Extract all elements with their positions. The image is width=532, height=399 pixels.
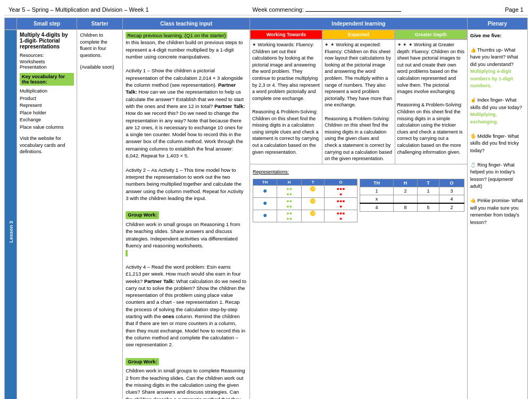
- pv-table-left: TH H T O ● ●●●● 10 ●●●: [253, 179, 358, 222]
- pv-th-left: TH: [253, 179, 277, 185]
- exp-bullets: ✶ ✶ Working at expected: Fluency: Childr…: [325, 41, 392, 109]
- plenary-middle: 🖐 Middle finger- What skills did you fin…: [470, 133, 525, 155]
- pv-right: TH H T O 1 2 1 3: [360, 177, 464, 222]
- wt-bullets: ✶ Working towards: Fluency: Children set…: [252, 41, 320, 102]
- recap-heading: Recap previous learning. (Q1 on the star…: [126, 32, 227, 39]
- green-bar-1: [126, 250, 128, 256]
- teaching-cell: Recap previous learning. (Q1 on the star…: [123, 30, 250, 400]
- vocab-multiplication: Multiplication: [20, 88, 74, 95]
- page-number: Page 1: [505, 6, 523, 13]
- representations-section: Representations: TH H T O: [250, 164, 467, 224]
- week-line: [305, 11, 401, 12]
- indep-header-gd: Greater Depth: [395, 30, 467, 39]
- vocab-list: Multiplication Product Represent Place h…: [20, 88, 74, 131]
- pvr-row-2: x 4: [360, 195, 464, 203]
- resources-label: Resources:: [20, 53, 74, 58]
- gd-bullets: ✶ ✶ ✶ Working at Greater depth: Fluency:…: [397, 41, 465, 95]
- header-starter: Starter: [77, 18, 123, 30]
- rep-tables: TH H T O ● ●●●● 10 ●●●: [253, 177, 464, 222]
- pv-left: TH H T O ● ●●●● 10 ●●●: [253, 177, 358, 222]
- plenary-pinkie: 🤙 Pinkie promise- What will you make sur…: [470, 197, 525, 226]
- week-commencing: Week commencing:: [253, 6, 401, 13]
- act4-text: Activity 4 – Read the word problem: Esin…: [126, 264, 246, 347]
- header-teaching: Class teaching input: [123, 18, 250, 30]
- header-independent: Independent learning: [250, 18, 468, 30]
- indep-cell-wt: ✶ Working towards: Fluency: Children set…: [250, 40, 322, 164]
- representations-label: Representations:: [253, 169, 464, 174]
- plenary-cell: Give me five: 👍 Thumbs up- What have you…: [467, 30, 527, 400]
- group-work-2-text: Children work in small groups to complet…: [126, 368, 245, 399]
- wt-reasoning: Reasoning & Problem-Solving: Children on…: [252, 109, 320, 155]
- worksheet-label: Worksheets: [20, 59, 74, 64]
- starter-text: Children to complete the fluent in four …: [80, 32, 120, 59]
- give-label: Give me five:: [470, 32, 525, 39]
- header-plenary: Plenary: [467, 18, 527, 30]
- vocab-placeholder: Place holder: [20, 110, 74, 117]
- exp-reasoning: Reasoning & Problem-Solving: Children on…: [325, 115, 392, 162]
- pv-table-right: TH H T O 1 2 1 3: [360, 179, 464, 212]
- vocab-box: Key vocabulary for the lesson:: [20, 73, 74, 86]
- vocab-pvc: Place value columns: [20, 124, 74, 131]
- starter-available: (Available soon): [80, 64, 120, 70]
- pvr-th-o: O: [439, 179, 464, 187]
- pv-row-3: ● ●●●● 10 ●●●●: [253, 210, 358, 222]
- pv-th-h: H: [277, 179, 302, 185]
- pvr-th-t: T: [417, 179, 439, 187]
- plenary-thumb: 👍 Thumbs up- What have you learnt? What …: [470, 47, 525, 90]
- lesson-label: Lesson 3: [5, 30, 17, 400]
- gd-reasoning: Reasoning & Problem-Solving: Children on…: [397, 102, 465, 155]
- group-work-2-label: Group Work:: [126, 358, 159, 366]
- page-title: Year 5 – Spring – Multiplication and Div…: [9, 6, 149, 13]
- indep-header-wt: Working Towards: [250, 30, 322, 39]
- small-step-cell: Multiply 4-digits by 1-digit- Pictorial …: [17, 30, 77, 400]
- multiplying-text: Multiplying 4-digit numbers by 1-digit n…: [470, 69, 513, 88]
- plenary-ring: 💍 Ring finger- What helped you in today'…: [470, 162, 525, 190]
- vocab-represent: Represent: [20, 102, 74, 110]
- starter-cell: Children to complete the fluent in four …: [77, 30, 123, 400]
- pvr-th-h: H: [393, 179, 417, 187]
- pvr-th-th: TH: [360, 179, 393, 187]
- header-lesson: [5, 18, 17, 30]
- index-ans: Multiplying, exchanging.: [470, 112, 498, 124]
- recap-body: In this lesson, the children build on pr…: [126, 39, 243, 60]
- pv-th-o: O: [325, 179, 358, 185]
- act2-text: Activity 2 – As Activity 1 – This time m…: [126, 167, 243, 201]
- pvr-row-1: 1 2 1 3: [360, 187, 464, 195]
- pv-row-1: ● ●●●● 10 ●●●●: [253, 185, 358, 197]
- pv-th-t: T: [302, 179, 325, 185]
- vocab-product: Product: [20, 95, 74, 103]
- plenary-index: ☝ Index finger- What skills did you use …: [470, 97, 525, 126]
- pv-row-2: ● ●●●● 10 ●●●●: [253, 197, 358, 210]
- visit-note: Visit the website for vocabulary cards a…: [20, 135, 74, 155]
- plenary-content: Give me five: 👍 Thumbs up- What have you…: [470, 32, 525, 226]
- indep-sub-header: Lesson 3 Multiply 4-digits by 1-digit- P…: [5, 30, 528, 400]
- main-table: Small step Starter Class teaching input …: [4, 18, 528, 399]
- pvr-row-3: 4 8 5 2: [360, 203, 464, 212]
- top-bar: Year 5 – Spring – Multiplication and Div…: [4, 4, 528, 15]
- small-step-title: Multiply 4-digits by 1-digit- Pictorial …: [20, 32, 74, 49]
- indep-cell-gd: ✶ ✶ ✶ Working at Greater depth: Fluency:…: [395, 40, 467, 164]
- header-small-step: Small step: [17, 18, 77, 30]
- header-row: Small step Starter Class teaching input …: [5, 18, 528, 30]
- indep-cell-exp: ✶ ✶ Working at expected: Fluency: Childr…: [322, 40, 395, 164]
- vocab-exchange: Exchange: [20, 117, 74, 124]
- independent-sub-headers: Working Towards Expected Greater Depth ✶…: [250, 30, 468, 400]
- indep-header-exp: Expected: [322, 30, 395, 39]
- presentation-label: Presentation: [20, 64, 74, 70]
- group-work-1-label: Group Work:: [126, 211, 159, 219]
- act1-text: Activity 1 – Show the children a pictori…: [126, 68, 245, 159]
- group-work-1-text: Children work in small groups on Reasoni…: [126, 221, 240, 248]
